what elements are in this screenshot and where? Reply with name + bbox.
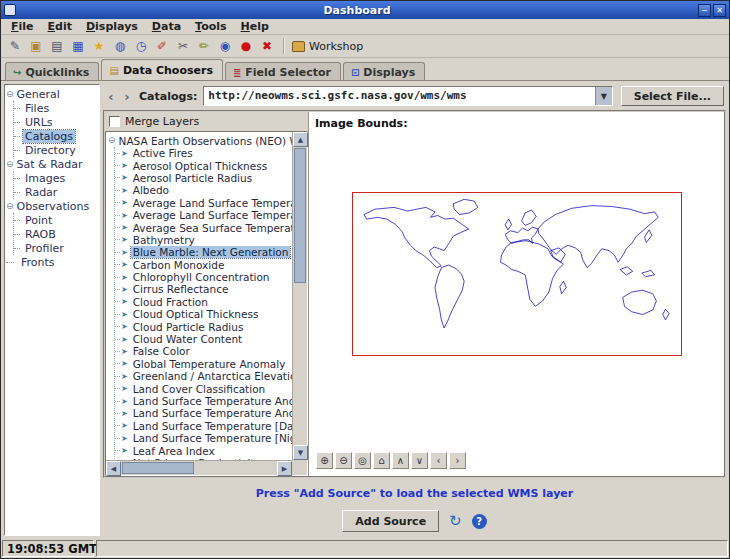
workshop-button[interactable]: Workshop (292, 40, 363, 53)
copy-icon[interactable]: ▤ (48, 37, 66, 55)
main-toolbar: ✎ ▣ ▤ ▦ ★ ◍ ◷ ✐ ✂ ✏ ◉ ● ✖ Workshop (1, 35, 729, 58)
menu-tools[interactable]: Tools (189, 20, 232, 33)
close-icon[interactable]: ✕ (713, 4, 726, 17)
pan-up-icon[interactable]: ∧ (392, 452, 409, 469)
wms-tree-root[interactable]: ⊖ NASA Earth Observations (NEO) WMS (108, 134, 292, 147)
record-icon[interactable]: ● (237, 37, 255, 55)
scroll-up-icon[interactable]: ▲ (293, 132, 308, 147)
wms-layer-item[interactable]: ➤ Leaf Area Index (115, 444, 292, 456)
catalog-back-icon[interactable]: ‹ (105, 90, 117, 103)
wms-layer-item[interactable]: ➤ Land Surface Temperature Anom (115, 395, 292, 407)
wms-layer-item[interactable]: ➤ Blue Marble: Next Generation (115, 246, 292, 258)
history-clock-icon[interactable]: ◷ (132, 37, 150, 55)
remove-all-icon[interactable]: ✖ (258, 37, 276, 55)
catalog-forward-icon[interactable]: › (121, 90, 133, 103)
chooser-item-raob[interactable]: RAOB (14, 227, 98, 241)
wms-layer-item[interactable]: ➤ Land Cover Classification (115, 382, 292, 394)
edit-pencil-icon[interactable]: ✐ (153, 37, 171, 55)
wms-layer-item[interactable]: ➤ Land Surface Temperature [Day] (115, 420, 292, 432)
scroll-down-icon[interactable]: ▼ (293, 445, 308, 460)
wms-layer-item[interactable]: ➤ Albedo (115, 184, 292, 196)
wms-layer-item[interactable]: ➤ Carbon Monoxide (115, 259, 292, 271)
chooser-item-profiler[interactable]: Profiler (14, 241, 98, 255)
scroll-right-icon[interactable]: ▶ (277, 461, 292, 476)
help-icon[interactable]: ? (472, 514, 487, 529)
zoom-out-icon[interactable]: ⊖ (335, 452, 352, 469)
wms-layer-item[interactable]: ➤ Chlorophyll Concentration (115, 271, 292, 283)
wms-layer-item[interactable]: ➤ Cloud Water Content (115, 333, 292, 345)
tab-field-selector[interactable]: ≣ Field Selector (225, 62, 341, 81)
pan-down-icon[interactable]: ∨ (411, 452, 428, 469)
chooser-item-urls[interactable]: URLs (14, 115, 98, 129)
home-icon[interactable]: ⌂ (373, 452, 390, 469)
collapse-knob-icon[interactable]: ⊖ (108, 136, 116, 145)
chooser-item-images[interactable]: Images (14, 171, 98, 185)
wms-layer-item[interactable]: ➤ Greenland / Antarctica Elevation (115, 370, 292, 382)
menu-edit[interactable]: Edit (42, 20, 78, 33)
horizontal-scroll-thumb[interactable] (122, 462, 194, 474)
wms-layer-item[interactable]: ➤ False Color (115, 345, 292, 357)
vertical-scroll-thumb[interactable] (294, 148, 306, 283)
wms-layer-item[interactable]: ➤ Active Fires (115, 147, 292, 159)
chooser-item-catalogs[interactable]: Catalogs (14, 129, 98, 143)
merge-layers-checkbox[interactable] (109, 116, 120, 127)
wms-layer-item[interactable]: ➤ Land Surface Temperature Anom (115, 407, 292, 419)
wms-layer-item[interactable]: ➤ Cloud Optical Thickness (115, 308, 292, 320)
collapse-knob-icon[interactable]: ⊖ (6, 202, 14, 211)
catalog-url-value[interactable]: http://neowms.sci.gsfc.nasa.gov/wms/wms (204, 87, 594, 105)
scroll-left-icon[interactable]: ◀ (106, 461, 121, 476)
tab-data-choosers[interactable]: ▤ Data Choosers (101, 59, 223, 81)
chooser-item-files[interactable]: Files (14, 101, 98, 115)
horizontal-scrollbar[interactable]: ◀ ▶ (106, 460, 292, 475)
chooser-item-point[interactable]: Point (14, 213, 98, 227)
globe-icon[interactable]: ◍ (111, 37, 129, 55)
pan-left-icon[interactable]: ‹ (430, 452, 447, 469)
chooser-item-fronts[interactable]: Fronts (6, 255, 98, 269)
chooser-item-radar[interactable]: Radar (14, 185, 98, 199)
wms-layer-item[interactable]: ➤ Average Land Surface Temperatu (115, 209, 292, 221)
wms-layer-item[interactable]: ➤ Cloud Fraction (115, 296, 292, 308)
wms-layer-item[interactable]: ➤ Global Temperature Anomaly (115, 358, 292, 370)
save-icon[interactable]: ▦ (69, 37, 87, 55)
select-file-button[interactable]: Select File... (621, 86, 724, 106)
collapse-knob-icon[interactable]: ⊖ (6, 90, 14, 99)
wms-layer-item[interactable]: ➤ Average Land Surface Temperatu (115, 197, 292, 209)
vertical-scrollbar[interactable]: ▲ ▼ (292, 132, 307, 460)
zoom-in-icon[interactable]: ⊕ (316, 452, 333, 469)
menu-file[interactable]: File (5, 20, 40, 33)
wms-layer-item[interactable]: ➤ Land Surface Temperature [Night (115, 432, 292, 444)
wms-layer-item[interactable]: ➤ Average Sea Surface Temperatur (115, 221, 292, 233)
menu-displays[interactable]: Displays (80, 20, 144, 33)
reload-icon[interactable]: ↻ (449, 514, 462, 529)
menu-help[interactable]: Help (235, 20, 275, 33)
cut-scissors-icon[interactable]: ✂ (174, 37, 192, 55)
wms-layer-item[interactable]: ➤ Cloud Particle Radius (115, 320, 292, 332)
draw-pencil-icon[interactable]: ✏ (195, 37, 213, 55)
minimize-icon[interactable]: ─ (698, 4, 711, 17)
pan-right-icon[interactable]: › (449, 452, 466, 469)
chooser-item-directory[interactable]: Directory (14, 143, 98, 157)
wms-layer-tree: ⊖ NASA Earth Observations (NEO) WMS ➤ Ac… (106, 132, 292, 460)
tab-displays[interactable]: ⊡ Displays (343, 62, 425, 81)
wms-layer-icon: ➤ (121, 297, 128, 306)
chooser-group-general[interactable]: ⊖ General (6, 87, 98, 101)
wms-layer-item[interactable]: ➤ Bathymetry (115, 234, 292, 246)
wms-layer-item[interactable]: ➤ Aerosol Particle Radius (115, 172, 292, 184)
collapse-knob-icon[interactable]: ⊖ (6, 160, 14, 169)
zoom-reset-icon[interactable]: ◎ (354, 452, 371, 469)
catalog-url-combobox[interactable]: http://neowms.sci.gsfc.nasa.gov/wms/wms … (203, 86, 612, 106)
support-icon[interactable]: ◉ (216, 37, 234, 55)
chooser-group-sat-radar[interactable]: ⊖ Sat & Radar (6, 157, 98, 171)
open-file-icon[interactable]: ▣ (27, 37, 45, 55)
title-bar[interactable]: Dashboard ─ ✕ (1, 1, 729, 19)
wms-layer-item[interactable]: ➤ Cirrus Reflectance (115, 283, 292, 295)
combobox-dropdown-icon[interactable]: ▼ (595, 87, 612, 105)
wms-layer-item[interactable]: ➤ Aerosol Optical Thickness (115, 159, 292, 171)
chooser-group-observations[interactable]: ⊖ Observations (6, 199, 98, 213)
add-source-button[interactable]: Add Source (342, 510, 439, 532)
favorites-icon[interactable]: ★ (90, 37, 108, 55)
new-icon[interactable]: ✎ (6, 37, 24, 55)
menu-data[interactable]: Data (146, 20, 187, 33)
tab-quicklinks[interactable]: ↪ Quicklinks (5, 62, 99, 81)
world-map[interactable] (352, 192, 682, 356)
